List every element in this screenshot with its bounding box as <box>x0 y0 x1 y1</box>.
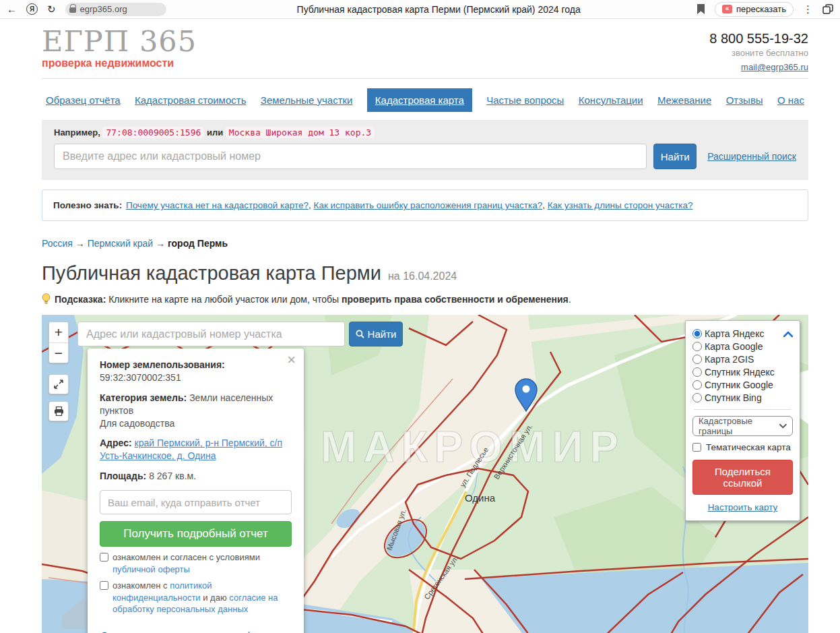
email-link[interactable]: mail@egrp365.ru <box>741 62 808 72</box>
parcel-number-value: 59:32:3070002:351 <box>100 372 181 383</box>
breadcrumb-arrow: → <box>156 238 165 249</box>
nav-cadastral-map[interactable]: Кадастровая карта <box>367 88 472 112</box>
offer-link[interactable]: публичной оферты <box>112 564 190 574</box>
privacy-text2: и даю <box>203 593 226 603</box>
layer-radio-2gis-map[interactable] <box>692 355 702 364</box>
layer-label: Спутник Bing <box>705 392 762 403</box>
layer-label: Спутник Google <box>705 380 773 390</box>
map-search-button-label: Найти <box>368 328 397 340</box>
hint-end: . <box>569 294 571 305</box>
divider <box>694 409 791 410</box>
map-search-bar: Найти <box>77 322 403 346</box>
parcel-popup: × Номер землепользования: 59:32:3070002:… <box>88 349 304 633</box>
infobar-link-not-on-map[interactable]: Почему участка нет на кадастровой карте? <box>126 200 309 210</box>
nav-land-plots[interactable]: Земельные участки <box>261 94 353 106</box>
offer-text: ознакомлен и согласен с условиями <box>112 552 260 562</box>
configure-map-link[interactable]: Настроить карту <box>692 502 793 512</box>
privacy-text1: ознакомлен с <box>112 580 168 591</box>
back-icon[interactable]: ← <box>7 4 17 14</box>
nav-faq[interactable]: Частые вопросы <box>486 94 564 106</box>
offer-checkbox[interactable] <box>100 553 108 562</box>
layer-label: Карта Google <box>705 341 763 352</box>
search-section: Например, 77:08:0009005:1596 или Москва … <box>42 120 808 180</box>
printer-icon <box>54 406 64 416</box>
layer-radio-google-map[interactable] <box>692 342 702 351</box>
overlay-select[interactable]: Кадастровые границы <box>692 416 793 436</box>
infobar-sep: , <box>309 200 314 210</box>
share-link-button[interactable]: Поделиться ссылкой <box>692 460 793 495</box>
address-bar[interactable]: egrp365.org <box>65 3 166 16</box>
area-label: Площадь: <box>100 471 146 481</box>
breadcrumb-arrow: → <box>75 238 85 249</box>
chevron-down-icon <box>779 423 787 429</box>
example-cadastral-number: 77:08:0009005:1596 <box>102 127 204 138</box>
search-input[interactable] <box>54 144 647 169</box>
layer-label: Карта 2GIS <box>705 354 754 365</box>
browser-menu-icon[interactable]: ⋮ <box>803 4 813 14</box>
page-tab-title: Публичная кадастровая карта Перми (Пермс… <box>297 4 688 15</box>
search-icon <box>356 330 364 338</box>
overlay-select-value: Кадастровые границы <box>699 416 779 436</box>
layer-radio-yandex-map[interactable] <box>692 329 702 338</box>
nav-about[interactable]: О нас <box>777 94 804 106</box>
close-icon[interactable]: × <box>287 353 296 367</box>
infobar-link-side-lengths[interactable]: Как узнать длины сторон участка? <box>548 200 693 210</box>
map-search-button[interactable]: Найти <box>349 322 403 346</box>
lock-icon <box>69 7 76 13</box>
layer-radio-yandex-satellite[interactable] <box>692 367 702 377</box>
infobar-link-fix-borders[interactable]: Как исправить ошибку расположения границ… <box>314 200 543 210</box>
privacy-checkbox[interactable] <box>100 581 108 590</box>
phone-number: 8 800 555-19-32 <box>709 31 808 47</box>
map-search-input[interactable] <box>77 322 345 346</box>
example-or: или <box>207 127 223 138</box>
report-details-link[interactable]: Детали отчета и юридическая информация <box>100 630 290 633</box>
zoom-out-button[interactable]: − <box>49 342 68 363</box>
url-text: egrp365.org <box>80 4 127 14</box>
advanced-search-link[interactable]: Расширенный поиск <box>707 151 796 162</box>
breadcrumb-russia[interactable]: Россия <box>42 238 73 249</box>
layer-label: Карта Яндекс <box>705 328 764 339</box>
layer-label: Спутник Яндекс <box>705 367 775 378</box>
print-button[interactable] <box>49 401 69 421</box>
hint-row: Подсказка: Кликните на карте на любой уч… <box>42 293 808 305</box>
lightbulb-icon <box>42 293 51 305</box>
nav-cadastral-value[interactable]: Кадастровая стоимость <box>135 94 246 106</box>
fullscreen-button[interactable] <box>49 374 69 394</box>
nav-sample-report[interactable]: Образец отчёта <box>46 94 121 106</box>
search-button[interactable]: Найти <box>653 144 697 169</box>
breadcrumb: Россия → Пермский край → город Пермь <box>42 238 808 249</box>
hint-label: Подсказка: <box>55 294 106 305</box>
chevron-up-icon[interactable] <box>783 331 793 337</box>
parcel-number-label: Номер землепользования: <box>100 359 225 370</box>
breadcrumb-perm-krai[interactable]: Пермский край <box>88 238 153 249</box>
address-label: Адрес: <box>100 438 132 448</box>
browser-toolbar: ← Я ↻ egrp365.org Публичная кадастровая … <box>0 0 840 19</box>
land-category-label: Категория земель: <box>100 392 187 403</box>
land-category-value2: Для садоводства <box>100 418 174 429</box>
quote-icon: « <box>722 5 732 13</box>
nav-consultations[interactable]: Консультации <box>579 94 643 106</box>
rephrase-button[interactable]: « пересказать <box>715 2 794 17</box>
get-report-button[interactable]: Получить подробный отчет <box>100 521 292 547</box>
site-header: ЕГРП 365 проверка недвижимости 8 800 555… <box>42 19 808 79</box>
expand-icon <box>54 380 63 389</box>
contact-block: 8 800 555-19-32 звоните бесплатно mail@e… <box>709 27 808 73</box>
search-examples: Например, 77:08:0009005:1596 или Москва … <box>54 127 796 138</box>
main-nav: Образец отчёта Кадастровая стоимость Зем… <box>42 79 808 120</box>
logo-title: ЕГРП 365 <box>42 27 197 56</box>
hint-bold: проверить права собственности и обремене… <box>342 294 569 305</box>
yandex-browser-icon[interactable]: Я <box>26 3 38 15</box>
reload-icon[interactable]: ↻ <box>47 4 56 14</box>
layer-radio-bing-satellite[interactable] <box>692 393 702 402</box>
nav-reviews[interactable]: Отзывы <box>726 94 763 106</box>
layer-radio-google-satellite[interactable] <box>692 380 702 390</box>
breadcrumb-current: город Пермь <box>168 238 228 249</box>
nav-surveying[interactable]: Межевание <box>657 94 711 106</box>
bookmark-icon[interactable] <box>697 4 705 14</box>
email-input[interactable] <box>100 490 292 514</box>
tabs-icon[interactable] <box>822 4 833 14</box>
zoom-in-button[interactable]: + <box>49 322 68 342</box>
logo[interactable]: ЕГРП 365 проверка недвижимости <box>42 27 197 69</box>
infobar-prefix: Полезно знать: <box>53 200 122 210</box>
thematic-map-checkbox[interactable] <box>692 443 701 452</box>
